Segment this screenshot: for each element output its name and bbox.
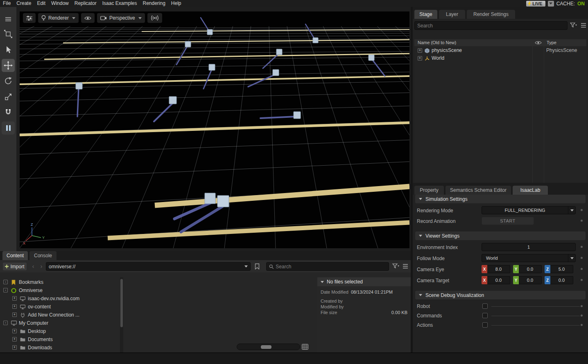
- camera-eye-x[interactable]: 8.0: [487, 265, 510, 273]
- rendering-mode-dropdown[interactable]: FULL_RENDERING: [482, 206, 576, 214]
- pause-simulation-button[interactable]: [2, 121, 15, 135]
- bookmark-icon[interactable]: [255, 263, 260, 270]
- camera-target-x[interactable]: 0.0: [487, 276, 510, 284]
- robot-checkbox[interactable]: [482, 303, 488, 309]
- visibility-button[interactable]: [81, 13, 95, 23]
- back-button[interactable]: ‹: [29, 262, 37, 271]
- tree-item-my-computer[interactable]: - My Computer: [0, 319, 120, 327]
- expand-icon[interactable]: +: [12, 337, 17, 342]
- details-header[interactable]: No files selected: [317, 277, 411, 286]
- menu-rendering[interactable]: Rendering: [140, 0, 168, 7]
- select-tool-button[interactable]: [2, 43, 15, 56]
- commands-checkbox[interactable]: [482, 313, 488, 318]
- stage-search[interactable]: [414, 21, 568, 30]
- expand-icon[interactable]: +: [12, 345, 17, 350]
- reset-indicator[interactable]: [581, 315, 583, 317]
- reset-indicator[interactable]: [581, 246, 583, 248]
- start-record-button[interactable]: START: [482, 217, 534, 225]
- expand-icon[interactable]: -: [3, 280, 8, 284]
- reset-indicator[interactable]: [581, 324, 583, 326]
- camera-target-z[interactable]: 0.0: [550, 276, 573, 284]
- viewport-canvas[interactable]: Z Y X Renderer: [20, 11, 409, 248]
- follow-mode-dropdown[interactable]: World: [482, 254, 576, 262]
- forward-button[interactable]: ›: [38, 262, 45, 271]
- tab-isaaclab[interactable]: IsaacLab: [513, 186, 548, 195]
- tree-item-downloads[interactable]: + Downloads: [0, 344, 120, 352]
- expand-icon[interactable]: +: [12, 304, 17, 309]
- tree-item-documents[interactable]: + Documents: [0, 335, 120, 344]
- camera-eye-z[interactable]: 5.0: [550, 265, 573, 273]
- menu-edit[interactable]: Edit: [34, 0, 48, 7]
- tree-item-omniverse[interactable]: - Omniverse: [0, 286, 120, 294]
- tab-layer[interactable]: Layer: [439, 10, 465, 19]
- stage-search-input[interactable]: [417, 23, 565, 29]
- tab-semantics-schema-editor[interactable]: Semantics Schema Editor: [446, 186, 511, 195]
- tree-scrollbar[interactable]: [120, 277, 123, 353]
- section-simulation-settings[interactable]: Simulation Settings: [415, 195, 586, 203]
- live-sync-button[interactable]: [147, 13, 162, 23]
- viewport-settings-button[interactable]: [23, 13, 36, 23]
- content-search[interactable]: [266, 262, 389, 271]
- reset-indicator[interactable]: [581, 268, 583, 270]
- menu-isaac-examples[interactable]: Isaac Examples: [100, 0, 140, 7]
- expand-icon[interactable]: +: [418, 56, 422, 61]
- menu-create[interactable]: Create: [14, 0, 34, 7]
- live-button[interactable]: LIVE: [526, 1, 545, 7]
- tab-stage[interactable]: Stage: [414, 10, 437, 19]
- filter-icon[interactable]: [570, 22, 577, 28]
- camera-eye-y[interactable]: 0.0: [519, 265, 542, 273]
- reset-indicator[interactable]: [581, 209, 583, 211]
- menu-window[interactable]: Window: [48, 0, 72, 7]
- live-dropdown-caret[interactable]: [548, 1, 554, 7]
- rotate-tool-button[interactable]: [2, 74, 15, 88]
- menu-file[interactable]: File: [0, 0, 14, 7]
- expand-icon[interactable]: +: [12, 296, 17, 301]
- tree-item-add-new-connection[interactable]: + Add New Connection ...: [0, 311, 120, 319]
- move-tool-button[interactable]: [2, 59, 15, 72]
- snap-tool-button[interactable]: [2, 106, 15, 119]
- renderer-dropdown[interactable]: Renderer: [38, 13, 79, 23]
- chevron-down-icon[interactable]: [244, 265, 248, 267]
- camera-target-y[interactable]: 0.0: [519, 276, 542, 284]
- column-type[interactable]: Type: [547, 40, 556, 45]
- expand-icon[interactable]: +: [418, 48, 422, 53]
- environment-index-field[interactable]: 1: [482, 243, 576, 251]
- scrollbar-thumb[interactable]: [120, 279, 123, 327]
- reset-indicator[interactable]: [581, 279, 583, 281]
- tab-property[interactable]: Property: [414, 186, 444, 195]
- tree-item-ov-content[interactable]: + ov-content: [0, 303, 120, 311]
- camera-dropdown[interactable]: Perspective: [97, 13, 145, 23]
- path-bar[interactable]: [46, 262, 251, 271]
- section-viewer-settings[interactable]: Viewer Settings: [415, 231, 586, 240]
- tree-item-isaac-dev[interactable]: + isaac-dev.ov.nvidia.com: [0, 294, 120, 303]
- menu-replicator[interactable]: Replicator: [72, 0, 100, 7]
- view-options-icon[interactable]: [403, 264, 408, 269]
- actions-checkbox[interactable]: [482, 322, 488, 328]
- expand-icon[interactable]: -: [3, 321, 8, 325]
- visibility-column-icon[interactable]: [535, 40, 542, 45]
- tree-item-desktop[interactable]: + Desktop: [0, 327, 120, 335]
- stage-row-world[interactable]: + World: [414, 54, 586, 62]
- reset-indicator[interactable]: [581, 257, 583, 259]
- expand-icon[interactable]: +: [12, 312, 17, 317]
- section-scene-debug-visualization[interactable]: Scene Debug Visualization: [415, 291, 586, 299]
- import-button[interactable]: Import: [2, 262, 27, 271]
- toolbar-menu-button[interactable]: [2, 13, 15, 26]
- expand-icon[interactable]: +: [12, 329, 17, 333]
- reset-indicator[interactable]: [581, 220, 583, 222]
- filter-icon[interactable]: [392, 263, 400, 269]
- content-search-input[interactable]: [276, 264, 386, 270]
- slider-handle[interactable]: [261, 345, 271, 349]
- path-input[interactable]: [49, 264, 242, 270]
- tab-console[interactable]: Console: [29, 251, 57, 260]
- grid-view-icon[interactable]: [302, 344, 308, 350]
- scale-tool-button[interactable]: [2, 90, 15, 103]
- thumbnail-size-slider[interactable]: [237, 344, 300, 350]
- menu-help[interactable]: Help: [168, 0, 184, 7]
- column-name[interactable]: Name (Old to New): [418, 40, 456, 45]
- reset-indicator[interactable]: [581, 305, 583, 307]
- stage-row-physicsscene[interactable]: + physicsScene PhysicsScene: [414, 47, 586, 54]
- options-icon[interactable]: [581, 23, 586, 28]
- tree-item-bookmarks[interactable]: - Bookmarks: [0, 278, 120, 286]
- tab-render-settings[interactable]: Render Settings: [467, 10, 515, 19]
